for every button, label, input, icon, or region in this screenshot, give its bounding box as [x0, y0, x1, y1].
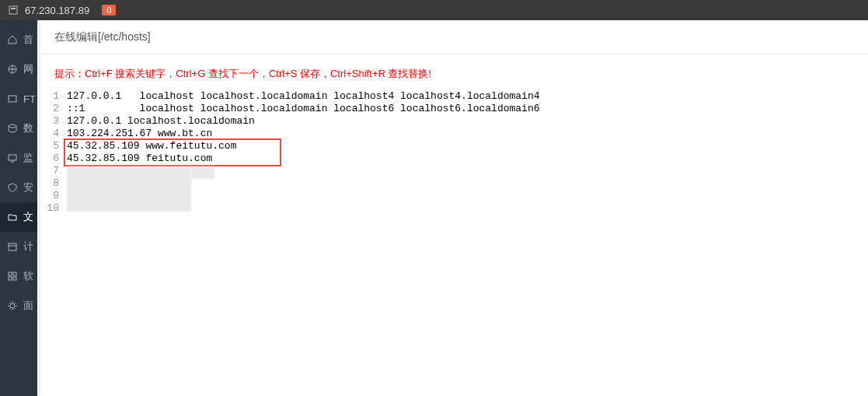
code-line[interactable]: 127.0.0.1 localhost.localdomain [64, 115, 868, 128]
editor-modal: 在线编辑[/etc/hosts] 提示：Ctrl+F 搜索关键字，Ctrl+G … [40, 20, 868, 396]
server-icon [8, 5, 19, 16]
line-number: 1 [40, 90, 59, 103]
line-number: 9 [40, 190, 59, 202]
line-number: 5 [40, 140, 59, 152]
line-number: 2 [40, 103, 59, 115]
line-gutter: 12345678910 [40, 90, 64, 396]
svg-rect-10 [13, 277, 16, 280]
svg-point-4 [9, 124, 16, 128]
sidebar-item-label: 文 [23, 210, 33, 224]
sidebar-item-label: 监 [23, 151, 33, 165]
topbar-ip: 67.230.187.89 [25, 5, 89, 16]
calendar-icon [6, 240, 19, 253]
sidebar-item-label: 网 [23, 62, 33, 76]
modal-header: 在线编辑[/etc/hosts] [40, 20, 868, 54]
ftp-icon [6, 93, 19, 105]
sidebar-item-files[interactable]: 文 [0, 202, 37, 232]
sidebar-item-label: 首 [23, 33, 33, 47]
svg-rect-5 [9, 155, 16, 160]
modal-hint: 提示：Ctrl+F 搜索关键字，Ctrl+G 查找下一个，Ctrl+S 保存，C… [40, 54, 868, 89]
sidebar-item-security[interactable]: 安 [0, 173, 37, 202]
sidebar-item-label: 计 [23, 240, 33, 254]
sidebar-item-soft[interactable]: 软 [0, 261, 37, 291]
line-number: 6 [40, 152, 59, 165]
topbar-badge[interactable]: 0 [102, 5, 116, 16]
line-number: 4 [40, 128, 59, 140]
code-line[interactable]: 45.32.85.109 www.feitutu.com [64, 140, 868, 152]
database-icon [6, 122, 19, 135]
sidebar-item-label: 软 [23, 269, 33, 283]
line-number: 10 [40, 202, 59, 215]
globe-icon [6, 63, 19, 75]
sidebar-item-ftp[interactable]: FT [0, 84, 37, 114]
sidebar-item-label: 数 [23, 121, 33, 135]
line-number: 8 [40, 177, 59, 190]
svg-rect-7 [9, 272, 12, 275]
sidebar-item-web[interactable]: 网 [0, 54, 37, 84]
monitor-icon [6, 152, 19, 164]
code-editor[interactable]: 12345678910 127.0.0.1 localhost localhos… [40, 89, 868, 396]
code-line[interactable]: 45.32.85.109 feitutu.com [64, 152, 868, 165]
line-number: 3 [40, 115, 59, 128]
sidebar-item-label: 安 [23, 180, 33, 194]
sidebar: 首 网 FT 数 监 安 文 计 软 面 [0, 20, 37, 396]
line-number: 7 [40, 165, 59, 177]
sidebar-item-label: 面 [23, 299, 33, 313]
shield-icon [6, 181, 19, 194]
sidebar-item-monitor[interactable]: 监 [0, 143, 37, 173]
svg-rect-8 [13, 272, 16, 275]
sidebar-item-home[interactable]: 首 [0, 25, 37, 54]
sidebar-item-label: FT [23, 93, 36, 105]
folder-icon [6, 211, 19, 223]
sidebar-item-panel[interactable]: 面 [0, 291, 37, 321]
gear-icon [6, 300, 19, 312]
redaction [191, 166, 214, 179]
svg-rect-6 [9, 244, 16, 251]
modal-title: 在线编辑[/etc/hosts] [54, 30, 151, 44]
svg-rect-9 [9, 277, 12, 280]
code-line[interactable]: 127.0.0.1 localhost localhost.localdomai… [64, 90, 868, 103]
svg-rect-3 [9, 96, 16, 102]
code-line[interactable]: ::1 localhost localhost.localdomain loca… [64, 103, 868, 115]
topbar: 67.230.187.89 0 [0, 0, 868, 20]
svg-rect-1 [11, 8, 16, 9]
home-icon [6, 33, 19, 46]
svg-point-11 [10, 303, 15, 308]
svg-rect-0 [9, 6, 17, 14]
code-area[interactable]: 127.0.0.1 localhost localhost.localdomai… [64, 90, 868, 396]
sidebar-item-db[interactable]: 数 [0, 114, 37, 143]
grid-icon [6, 270, 19, 282]
sidebar-item-cron[interactable]: 计 [0, 232, 37, 261]
code-line[interactable]: 103.224.251.67 www.bt.cn [64, 128, 868, 140]
redaction [67, 166, 191, 212]
